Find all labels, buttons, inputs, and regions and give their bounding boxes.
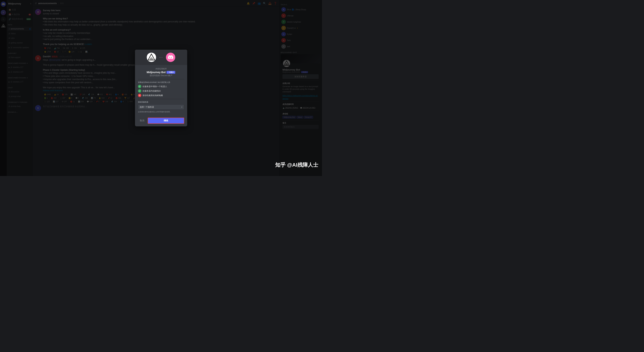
modal-divider-2 xyxy=(138,99,184,99)
modal-separator-dots: ··· xyxy=(159,56,163,59)
permission-item-3: ✕ 请你吃赖美味海鲜晚餐 xyxy=(138,94,184,97)
perm-allow-icon: ✓ xyxy=(138,89,141,93)
modal-subtitle: 外部应用程序 xyxy=(138,68,184,70)
permission-item-2: ✓ 在服务器内创建指令 xyxy=(138,89,184,93)
server-select-dropdown[interactable]: 选择一个服务器 ∨ xyxy=(138,104,184,110)
modal-divider xyxy=(138,79,184,79)
modal-body: 外部应用程序 Midjourney Bot ✓ 机器人 想访问您的 Discor… xyxy=(135,65,187,116)
perm-allow-icon: ✓ xyxy=(138,85,141,88)
modal-description: 想访问您的 Discord 账户 xyxy=(138,74,184,77)
modal-discord-logo xyxy=(166,53,175,62)
modal-permissions-label: 这将会允许MIDJOURNEY BOT的开发人员: xyxy=(138,81,184,84)
modal-server-label: 添加至服务器: xyxy=(138,101,184,103)
modal-server-note: 这需要您拥有该服务器上的管理服务器权限。 xyxy=(138,111,184,113)
permission-item-1: ✓ 在服务器中增加一个机器人 xyxy=(138,85,184,88)
modal-overlay[interactable]: ··· 外部应用程序 Midjourney Bot ✓ 机器人 想访问您的 Di… xyxy=(0,0,322,176)
cancel-button[interactable]: 取消 xyxy=(138,118,146,124)
auth-modal: ··· 外部应用程序 Midjourney Bot ✓ 机器人 想访问您的 Di… xyxy=(135,50,187,126)
modal-footer: 取消 继续 xyxy=(135,116,187,126)
modal-title: Midjourney Bot ✓ 机器人 xyxy=(138,71,184,74)
modal-bot-badge: ✓ 机器人 xyxy=(166,71,175,74)
modal-midjourney-logo xyxy=(147,53,156,62)
perm-deny-icon: ✕ xyxy=(138,94,141,97)
modal-header: ··· xyxy=(135,50,187,65)
chevron-down-icon: ∨ xyxy=(181,106,182,108)
continue-button[interactable]: 继续 xyxy=(148,118,184,124)
